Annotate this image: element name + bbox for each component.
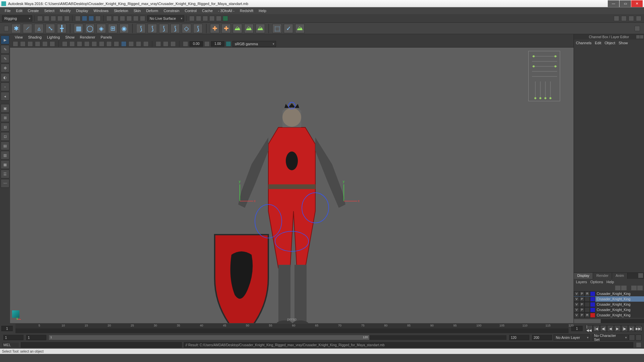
move-layer-up-icon[interactable] — [615, 286, 621, 290]
menu-help[interactable]: Help — [256, 8, 269, 13]
vp-field-chart-icon[interactable] — [92, 41, 97, 47]
vp-safe-action-icon[interactable] — [99, 41, 104, 47]
layers-help-menu[interactable]: Help — [606, 280, 614, 284]
rigid-bind-icon[interactable]: ⟆ — [148, 24, 157, 33]
layout-2-button[interactable]: ⊡ — [1, 132, 9, 141]
vp-gamma-field[interactable] — [211, 41, 224, 47]
live-surface-dropdown[interactable]: No Live Surface — [147, 15, 184, 21]
vp-gamma-icon[interactable] — [204, 41, 210, 47]
layer-reference-toggle[interactable]: R — [585, 291, 590, 296]
move-tool-button[interactable]: ✥ — [1, 64, 9, 72]
expression-icon[interactable]: ✓ — [284, 24, 293, 33]
tab-display[interactable]: Display — [574, 273, 593, 279]
layer-visible-toggle[interactable]: V — [574, 307, 579, 312]
snap-curve-icon[interactable] — [113, 16, 118, 21]
nonlinear-icon[interactable]: ◉ — [119, 24, 129, 33]
maximize-button[interactable]: ▭ — [620, 0, 631, 7]
snap-grid-icon[interactable] — [106, 16, 112, 21]
menu-file[interactable]: File — [2, 8, 13, 13]
vp-film-gate-icon[interactable] — [69, 41, 75, 47]
go-end-button[interactable]: ▶▶| — [635, 325, 642, 332]
quick-rig-icon[interactable]: ⛰ — [244, 24, 254, 33]
range-track[interactable]: 1120 — [49, 335, 506, 340]
layout-5-button[interactable]: ▦ — [1, 160, 9, 169]
scale-tool-button[interactable]: ▫ — [1, 82, 9, 91]
vp-2d-zoom-icon[interactable] — [42, 41, 48, 47]
vp-lights-icon[interactable] — [136, 41, 141, 47]
playback-prefs-button[interactable] — [636, 335, 642, 341]
cmd-input[interactable] — [21, 342, 182, 348]
ipr-render-icon[interactable] — [196, 16, 201, 21]
channel-box-icon[interactable] — [636, 16, 641, 21]
panel-pin-icon[interactable] — [636, 35, 640, 39]
layer-color-swatch[interactable] — [590, 291, 595, 296]
layers-options-menu[interactable]: Options — [590, 280, 603, 284]
orient-joint-icon[interactable]: ⤡ — [46, 24, 55, 33]
autokey-button[interactable] — [629, 335, 635, 341]
vp-bookmark-icon[interactable] — [28, 41, 33, 47]
cmd-lang-label[interactable]: MEL — [2, 343, 19, 347]
layer-reference-toggle[interactable] — [585, 307, 590, 312]
undo-icon[interactable] — [57, 16, 63, 21]
render-settings-icon[interactable] — [203, 16, 208, 21]
tab-anim[interactable]: Anim — [612, 273, 628, 279]
layer-color-swatch[interactable] — [590, 313, 595, 318]
layer-playback-toggle[interactable]: P — [579, 313, 585, 318]
menu-windows[interactable]: Windows — [91, 8, 111, 13]
mirror-joint-icon[interactable]: ▵ — [34, 24, 44, 33]
attribute-editor-icon[interactable] — [621, 16, 627, 21]
play-back-button[interactable]: ◀ — [607, 325, 614, 332]
vp-safe-title-icon[interactable] — [106, 41, 112, 47]
layer-options-icon[interactable] — [638, 273, 643, 278]
new-layer-selected-icon[interactable] — [637, 286, 643, 290]
open-scene-icon[interactable] — [44, 16, 49, 21]
render-globals-icon[interactable] — [216, 16, 221, 21]
snap-surface-icon[interactable] — [133, 16, 139, 21]
select-hierarchy-icon[interactable] — [82, 16, 87, 21]
move-layer-down-icon[interactable] — [621, 286, 627, 290]
tab-render[interactable]: Render — [593, 273, 612, 279]
vp-select-camera-icon[interactable] — [13, 41, 18, 47]
step-back-key-button[interactable]: |◀ — [593, 325, 600, 332]
menu-constrain[interactable]: Constrain — [161, 8, 182, 13]
tab-edit[interactable]: Edit — [595, 41, 601, 45]
four-view-button[interactable]: ⊞ — [1, 113, 9, 122]
new-scene-icon[interactable] — [37, 16, 43, 21]
menu-cache[interactable]: Cache — [199, 8, 215, 13]
modeling-toolkit-icon[interactable] — [614, 16, 619, 21]
select-mode-icon[interactable] — [75, 16, 80, 21]
facial-slider-panel[interactable] — [528, 51, 560, 101]
time-start-field[interactable] — [1, 326, 13, 331]
last-tool-button[interactable]: ◂ — [1, 92, 9, 101]
menu-skin[interactable]: Skin — [131, 8, 143, 13]
paint-select-button[interactable]: ✎ — [1, 54, 9, 63]
redo-icon[interactable] — [64, 16, 69, 21]
ik-handle-icon[interactable]: ╋ — [57, 24, 66, 33]
shelf-tab-icon[interactable] — [4, 26, 9, 31]
panel-close-icon[interactable] — [640, 35, 643, 39]
minimize-button[interactable]: — — [608, 0, 619, 7]
layer-row[interactable]: VPRCrusader_Knight_King — [574, 312, 644, 318]
vp-xray-joints-icon[interactable] — [170, 41, 176, 47]
script-editor-icon[interactable] — [636, 342, 641, 348]
step-forward-button[interactable]: |▶ — [621, 325, 628, 332]
snap-point-icon[interactable] — [120, 16, 125, 21]
menu-create[interactable]: Create — [25, 8, 42, 13]
blend-shape-icon[interactable]: ◈ — [97, 24, 106, 33]
vpmenu-panels[interactable]: Panels — [98, 35, 115, 40]
layer-row[interactable]: VPCrusader_Knight_King — [574, 307, 644, 312]
layer-color-swatch[interactable] — [590, 297, 595, 302]
vp-exposure-field[interactable] — [190, 41, 203, 47]
human-ik-icon[interactable]: ⛰ — [233, 24, 242, 33]
snap-plane-icon[interactable] — [126, 16, 132, 21]
outliner-button[interactable]: ☰ — [1, 170, 9, 178]
vp-xray-icon[interactable] — [163, 41, 168, 47]
bake-animation-icon[interactable]: ⛰ — [295, 24, 305, 33]
vp-color-mgmt-icon[interactable] — [226, 41, 231, 47]
layer-row[interactable]: VPRCrusader_Knight_King — [574, 291, 644, 296]
new-layer-icon[interactable] — [631, 286, 637, 290]
layout-4-button[interactable]: ▥ — [1, 151, 9, 160]
go-start-button[interactable]: |◀◀ — [586, 325, 593, 332]
step-forward-key-button[interactable]: ▶| — [628, 325, 635, 332]
render-frame-icon[interactable] — [189, 16, 195, 21]
